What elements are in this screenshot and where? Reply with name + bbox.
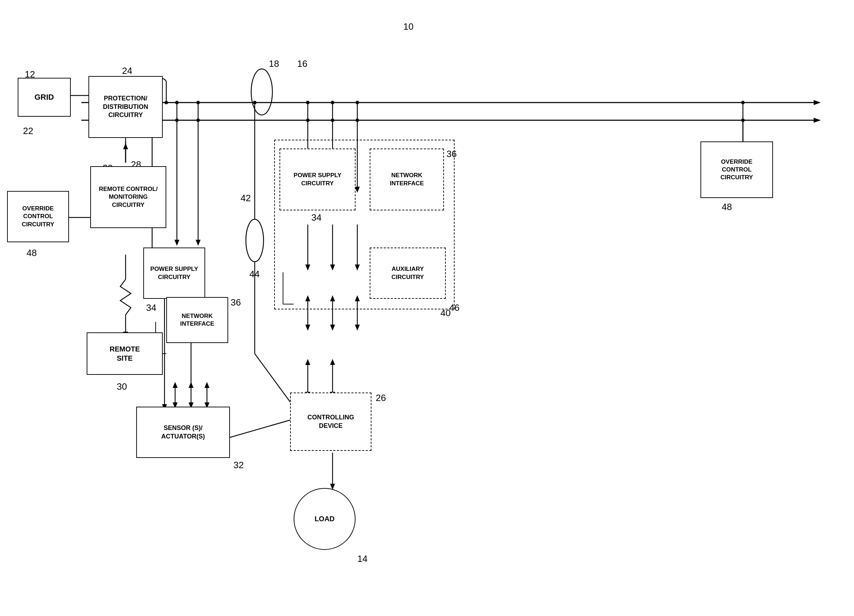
ref-48-right: 48 — [722, 202, 732, 213]
ref-26: 26 — [376, 392, 386, 403]
ref-30: 30 — [117, 381, 127, 392]
ref-16: 16 — [297, 58, 307, 69]
svg-point-99 — [165, 101, 168, 104]
ref-48-left: 48 — [26, 248, 37, 259]
load-label: LOAD — [314, 515, 335, 523]
protection-box: PROTECTION/ DISTRIBUTION CIRCUITRY — [88, 76, 163, 138]
load-box: LOAD — [294, 488, 355, 550]
grid-label: GRID — [35, 92, 54, 103]
dashed-region — [274, 140, 454, 309]
remote-site-label: REMOTE SITE — [110, 344, 140, 363]
diagram-container: 10 12 GRID 24 PROTECTION/ DISTRIBUTION C… — [0, 0, 854, 616]
ref-14: 14 — [357, 554, 368, 564]
override-right-label: OVERRIDE CONTROL CIRCUITRY — [721, 158, 753, 181]
protection-label: PROTECTION/ DISTRIBUTION CIRCUITRY — [103, 94, 148, 119]
ref-24: 24 — [122, 65, 132, 76]
svg-point-84 — [246, 219, 264, 262]
svg-point-53 — [306, 119, 310, 122]
svg-marker-66 — [330, 325, 335, 331]
svg-marker-40 — [204, 382, 209, 388]
ref-34-left: 34 — [146, 302, 156, 313]
svg-point-86 — [253, 101, 256, 104]
network-interface-left-label: NETWORK INTERFACE — [180, 312, 214, 328]
svg-marker-23 — [174, 240, 179, 246]
network-interface-left-box: NETWORK INTERFACE — [166, 297, 228, 343]
override-left-label: OVERRIDE CONTROL CIRCUITRY — [22, 205, 55, 228]
svg-point-54 — [331, 119, 334, 122]
sensors-label: SENSOR (S)/ ACTUATOR(S) — [161, 424, 205, 441]
svg-marker-73 — [305, 359, 310, 365]
sensors-box: SENSOR (S)/ ACTUATOR(S) — [136, 407, 230, 458]
ref-40: 40 — [441, 308, 451, 319]
grid-box: GRID — [18, 78, 71, 117]
svg-marker-3 — [814, 118, 821, 123]
remote-control-box: REMOTE CONTROL/ MONITORING CIRCUITRY — [90, 166, 166, 228]
ref-44: 44 — [249, 269, 260, 280]
remote-control-label: REMOTE CONTROL/ MONITORING CIRCUITRY — [99, 185, 157, 208]
svg-marker-37 — [189, 382, 194, 388]
ref-22: 22 — [23, 126, 33, 137]
ref-42: 42 — [241, 193, 251, 204]
override-left-box: OVERRIDE CONTROL CIRCUITRY — [7, 191, 69, 242]
controlling-device-label: CONTROLLING DEVICE — [307, 414, 354, 430]
power-supply-left-box: POWER SUPPLY CIRCUITRY — [143, 248, 205, 299]
svg-point-28 — [175, 119, 178, 122]
svg-line-88 — [255, 354, 294, 407]
svg-marker-26 — [196, 240, 201, 246]
remote-site-box: REMOTE SITE — [87, 332, 163, 375]
override-right-box: OVERRIDE CONTROL CIRCUITRY — [700, 141, 773, 198]
svg-point-29 — [196, 119, 200, 122]
svg-marker-63 — [305, 325, 310, 331]
svg-marker-69 — [355, 325, 360, 331]
controlling-device-box: CONTROLLING DEVICE — [290, 392, 371, 451]
svg-marker-34 — [172, 382, 178, 388]
ref-32: 32 — [233, 460, 244, 471]
svg-marker-76 — [330, 359, 335, 365]
power-supply-left-label: POWER SUPPLY CIRCUITRY — [150, 265, 198, 281]
svg-point-55 — [355, 119, 359, 122]
svg-marker-1 — [814, 100, 821, 105]
ref-36-left: 36 — [231, 297, 241, 308]
svg-marker-10 — [123, 143, 128, 149]
ref-10: 10 — [403, 21, 413, 32]
ref-18: 18 — [269, 58, 279, 69]
